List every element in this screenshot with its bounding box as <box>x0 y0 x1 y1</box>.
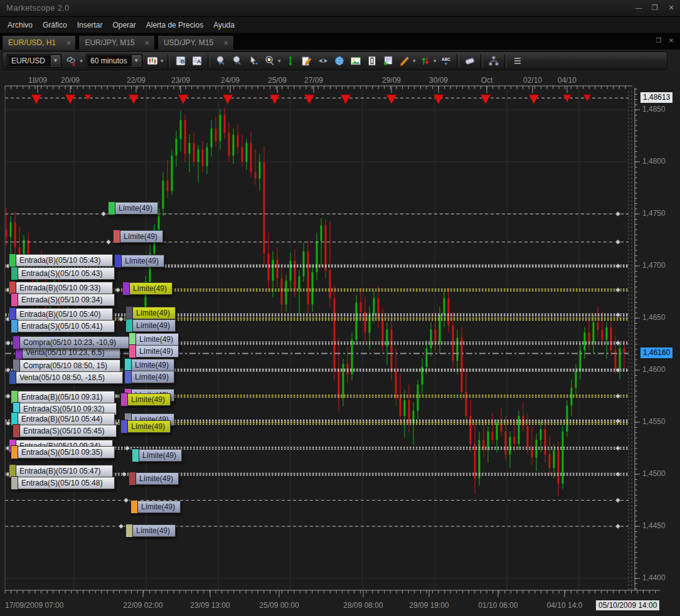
order-color-tag <box>9 253 16 267</box>
order-label-limite[interactable]: Límite(49) <box>124 371 174 383</box>
order-color-tag <box>122 282 130 295</box>
order-color-tag <box>130 500 138 514</box>
order-color-tag <box>129 472 136 486</box>
zoom-out-icon: - <box>231 55 243 66</box>
close-window-button[interactable]: ✕ <box>667 37 675 44</box>
label-tool-icon: ABC+ <box>440 55 452 66</box>
order-label-limite[interactable]: Límite(49) <box>129 472 179 485</box>
order-label-entrada[interactable]: Entrada(B)(05/10 05:44) <box>11 413 115 425</box>
menu-item-alerta-de-precios[interactable]: Alerta de Precios <box>141 18 208 32</box>
tab-close-icon[interactable]: ✕ <box>145 40 150 46</box>
order-label-limite[interactable]: Límite(49) <box>120 393 171 406</box>
order-label-entrada[interactable]: Entrada(B)(05/10 09:31) <box>11 391 115 403</box>
tab-close-icon[interactable]: ✕ <box>223 40 228 46</box>
order-label-text: Venta(05/10 08:50, -18,5) <box>19 372 120 383</box>
hide-show-button[interactable] <box>316 53 331 68</box>
chevron-down-icon[interactable]: ▼ <box>159 58 165 64</box>
fit-scale-button[interactable] <box>283 53 298 68</box>
annotations-button[interactable] <box>299 53 314 68</box>
order-label-limite[interactable]: Límite(49) <box>129 345 179 358</box>
order-label-entrada[interactable]: Entrada(S)(05/10 05:45) <box>13 425 117 437</box>
order-label-compra[interactable]: Compra(05/10 10:23, -10,9) <box>13 336 130 349</box>
order-label-entrada[interactable]: Entrada(S)(05/10 05:41) <box>11 320 115 332</box>
zoom-in-button[interactable]: + <box>213 53 228 68</box>
menu-item-gráfico[interactable]: Gráfico <box>38 18 72 32</box>
tab-usd-jpy[interactable]: USD/JPY, M15✕ <box>157 35 234 50</box>
order-label-limite[interactable]: Límite(49) <box>125 307 176 319</box>
order-label-text: Límite(49) <box>131 421 167 432</box>
toolbar-separator <box>481 54 483 68</box>
bid-line-button[interactable]: B <box>173 53 188 68</box>
maximize-button[interactable]: ❒ <box>650 4 660 12</box>
order-label-text: Límite(49) <box>139 473 176 484</box>
draw-line-button[interactable] <box>397 53 412 68</box>
order-label-limite[interactable]: Límite(49) <box>130 501 181 513</box>
zoom-out-button[interactable]: - <box>230 53 245 68</box>
order-color-tag <box>125 306 133 320</box>
order-label-venta[interactable]: Venta(05/10 08:50, -18,5) <box>9 371 123 384</box>
tab-label: EUR/USD, H1 <box>8 38 56 47</box>
chevron-down-icon[interactable]: ▼ <box>277 58 282 64</box>
menu-item-insertar[interactable]: Insertar <box>72 18 108 32</box>
svg-text:+: + <box>358 55 360 60</box>
tab-close-icon[interactable]: ✕ <box>66 40 71 46</box>
order-label-entrada[interactable]: Entrada(B)(05/10 05:43) <box>9 254 113 267</box>
tab-eur-usd[interactable]: EUR/USD, H1✕ <box>2 35 76 50</box>
order-label-limite[interactable]: Límite(49) <box>129 333 179 346</box>
chevron-down-icon[interactable]: ▼ <box>51 55 60 66</box>
tab-eur-jpy[interactable]: EUR/JPY, M15✕ <box>78 35 155 50</box>
ask-line-button[interactable]: A <box>189 53 205 68</box>
toolbar-separator <box>167 54 170 68</box>
title-bar[interactable]: Marketscope 2.0 —❒✕ <box>0 0 680 17</box>
order-label-entrada[interactable]: Entrada(B)(05/10 05:47) <box>9 465 113 477</box>
chart-type-button[interactable] <box>145 53 160 68</box>
symbol-select[interactable]: EUR/USD▼ <box>7 54 61 68</box>
order-label-limite[interactable]: Límite(49) <box>120 420 171 433</box>
cursor-button[interactable]: + <box>246 53 261 68</box>
menu-item-ayuda[interactable]: Ayuda <box>208 18 240 32</box>
order-label-entrada[interactable]: Entrada(S)(05/10 05:48) <box>11 477 115 489</box>
order-label-limite[interactable]: Límite(49) <box>124 359 174 371</box>
order-label-entrada[interactable]: Entrada(B)(05/10 05:40) <box>9 308 113 321</box>
data-window-button[interactable] <box>381 53 396 68</box>
bid-line-icon: B <box>175 55 186 66</box>
restore-window-button[interactable]: ❒ <box>655 37 662 44</box>
close-button[interactable]: ✕ <box>666 4 676 12</box>
text-tool-button[interactable] <box>364 53 380 68</box>
tab-label: EUR/JPY, M15 <box>85 38 134 47</box>
order-label-limite[interactable]: Límite(49) <box>122 282 173 295</box>
unlink-button[interactable]: x <box>64 53 79 68</box>
chevron-down-icon[interactable]: ▼ <box>432 58 438 64</box>
order-label-limite[interactable]: Límite(49) <box>132 449 182 462</box>
order-label-entrada[interactable]: Entrada(S)(05/10 05:43) <box>11 267 115 280</box>
chevron-down-icon[interactable]: ▼ <box>78 58 84 64</box>
order-label-limite[interactable]: Límite(49) <box>113 230 163 243</box>
period-select[interactable]: 60 minutos▼ <box>86 54 142 68</box>
label-tool-button[interactable]: ABC+ <box>438 53 454 68</box>
magnify-button[interactable] <box>262 53 277 68</box>
price-alert-button[interactable] <box>418 53 433 68</box>
order-color-tag <box>113 230 120 243</box>
order-label-limite[interactable]: Límite(49) <box>125 524 176 537</box>
order-label-entrada[interactable]: Entrada(S)(05/10 09:34) <box>11 294 115 306</box>
chevron-down-icon[interactable]: ▼ <box>412 58 417 64</box>
menu-item-archivo[interactable]: Archivo <box>3 18 38 32</box>
depth-button[interactable] <box>486 53 501 68</box>
menu-item-operar[interactable]: Operar <box>107 18 141 32</box>
order-label-limite[interactable]: Límite(49) <box>114 255 164 267</box>
snapshot-button[interactable]: + <box>348 53 363 68</box>
order-label-limite[interactable]: Límite(49) <box>108 202 158 215</box>
svg-text:B: B <box>180 58 184 65</box>
chevron-down-icon[interactable]: ▼ <box>132 55 141 66</box>
menu-list-button[interactable] <box>510 53 525 68</box>
order-label-entrada[interactable]: Entrada(B)(05/10 09:33) <box>9 282 113 294</box>
minimize-button[interactable]: — <box>634 4 644 12</box>
timezone-button[interactable] <box>332 53 347 68</box>
order-label-entrada[interactable]: Entrada(S)(05/10 09:35) <box>11 446 115 459</box>
order-label-limite[interactable]: Límite(49) <box>125 319 176 332</box>
eraser-button[interactable] <box>462 53 477 68</box>
order-label-compra[interactable]: Compra(05/10 08:50, 15) <box>13 359 120 372</box>
chart-area[interactable]: 18/0920/0922/0923/0924/0925/0927/0929/09… <box>0 72 680 616</box>
marketscope-window: Marketscope 2.0 —❒✕ ArchivoGráficoInsert… <box>0 0 680 616</box>
order-color-tag <box>125 319 133 332</box>
